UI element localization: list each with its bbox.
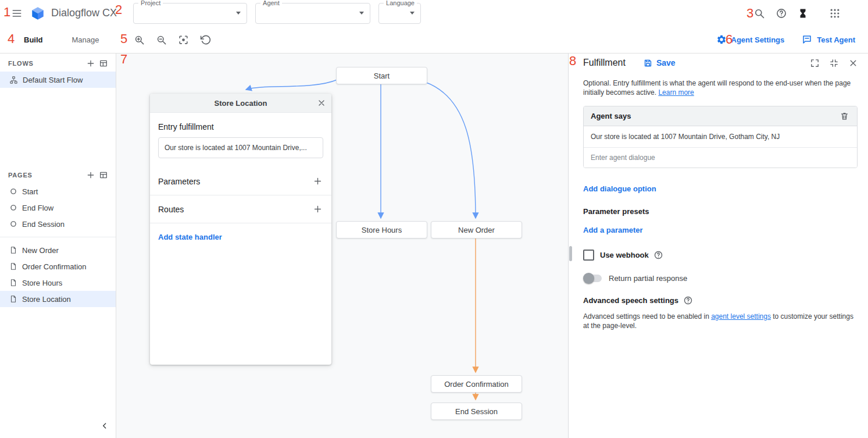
project-select[interactable]: Project <box>133 3 247 24</box>
sidebar: FLOWS Default Start Flow PAGES <box>0 53 116 438</box>
sidebar-divider <box>0 237 116 237</box>
flow-node-start[interactable]: Start <box>336 67 427 84</box>
canvas-tools <box>131 31 214 48</box>
language-select-label: Language <box>384 0 417 6</box>
flow-item-default-start-flow[interactable]: Default Start Flow <box>0 72 116 88</box>
workspace-toolbar: Build Manage Agent Settings <box>0 26 868 54</box>
hourglass-icon <box>798 8 808 19</box>
card-add-parameter-button[interactable] <box>310 173 326 189</box>
agent-select[interactable]: Agent <box>255 3 370 24</box>
center-focus-button[interactable] <box>175 31 192 48</box>
resize-handle[interactable] <box>569 246 572 261</box>
page-item-label: End Session <box>22 220 65 229</box>
header-selectors: Project Agent Language <box>133 3 421 24</box>
chat-icon <box>802 34 812 45</box>
zoom-in-button[interactable] <box>131 31 148 48</box>
flow-node-store-hours[interactable]: Store Hours <box>336 221 427 238</box>
annotation-8: 8 <box>569 55 576 67</box>
page-item-start[interactable]: Start <box>0 183 116 200</box>
flows-title: FLOWS <box>8 60 34 67</box>
page-item-store-hours[interactable]: Store Hours <box>0 275 116 291</box>
page-item-end-flow[interactable]: End Flow <box>0 200 116 216</box>
center-focus-icon <box>178 34 189 45</box>
add-page-button[interactable] <box>84 169 97 181</box>
shrink-panel-button[interactable] <box>826 55 842 71</box>
reset-view-icon <box>200 34 211 45</box>
dropdown-arrow-icon <box>236 12 241 15</box>
connector-start-to-store-location <box>246 80 337 90</box>
project-select-label: Project <box>138 0 163 6</box>
entry-fulfillment-preview[interactable]: Our store is located at 1007 Mountain Dr… <box>158 137 323 158</box>
page-icon <box>9 246 17 254</box>
zoom-out-button[interactable] <box>153 31 170 48</box>
apps-grid-button[interactable] <box>826 5 844 22</box>
delete-agent-says-button[interactable] <box>837 108 852 124</box>
annotation-3: 3 <box>746 8 753 19</box>
agent-dialogue-input[interactable] <box>584 148 857 168</box>
advanced-speech-settings-help-icon[interactable] <box>683 295 693 305</box>
panel-description-text: Optional. Entry fulfillment is what the … <box>583 79 851 97</box>
annotation-6: 6 <box>726 34 733 45</box>
reset-view-button[interactable] <box>197 31 214 48</box>
header-actions <box>751 5 868 22</box>
flow-node-end-session[interactable]: End Session <box>431 403 522 420</box>
page-icon <box>9 295 17 303</box>
agent-select-label: Agent <box>260 0 282 6</box>
page-item-store-location[interactable]: Store Location <box>0 291 116 307</box>
use-webhook-label: Use webhook <box>600 251 649 259</box>
flow-node-new-order[interactable]: New Order <box>431 221 522 238</box>
flow-item-label: Default Start Flow <box>23 76 83 84</box>
add-state-handler-link[interactable]: Add state handler <box>158 233 222 241</box>
test-agent-button[interactable]: Test Agent <box>802 34 855 45</box>
use-webhook-row: Use webhook <box>583 250 858 261</box>
return-partial-response-row: Return partial response <box>583 273 858 283</box>
gear-icon <box>716 34 727 45</box>
parameters-row[interactable]: Parameters <box>150 168 331 195</box>
chevron-left-icon <box>100 421 109 430</box>
workspace-tabs: Build Manage <box>9 26 113 53</box>
plus-icon <box>86 170 95 180</box>
circle-page-icon <box>9 204 17 212</box>
collapse-sidebar-button[interactable] <box>97 418 112 433</box>
page-icon <box>9 262 17 270</box>
advanced-speech-settings-row: Advanced speech settings <box>583 295 858 305</box>
add-dialogue-option-link[interactable]: Add dialogue option <box>583 184 656 193</box>
learn-more-link[interactable]: Learn more <box>658 88 694 97</box>
save-button[interactable]: Save <box>643 58 676 68</box>
add-parameter-link[interactable]: Add a parameter <box>583 226 643 234</box>
use-webhook-help-icon[interactable] <box>653 250 663 260</box>
add-flow-button[interactable] <box>84 57 97 70</box>
test-agent-label: Test Agent <box>817 35 855 44</box>
card-add-route-button[interactable] <box>310 201 326 217</box>
language-select[interactable]: Language <box>378 3 421 24</box>
connector-start-to-new-order <box>425 82 476 218</box>
page-item-end-session[interactable]: End Session <box>0 216 116 232</box>
page-item-order-confirmation[interactable]: Order Confirmation <box>0 258 116 275</box>
tab-build[interactable]: Build <box>9 26 58 53</box>
app-header: Dialogflow CX Project Agent Language <box>0 0 868 27</box>
plus-icon <box>313 176 323 186</box>
menu-button[interactable] <box>8 5 26 22</box>
close-card-button[interactable] <box>314 95 329 111</box>
agent-dialogue-text[interactable]: Our store is located at 1007 Mountain Dr… <box>584 126 857 148</box>
expand-panel-button[interactable] <box>807 55 823 71</box>
pages-list-view-button[interactable] <box>97 169 110 181</box>
flow-canvas[interactable]: Start Store Hours New Order Order Confir… <box>116 53 569 438</box>
tab-manage[interactable]: Manage <box>58 26 114 53</box>
agent-level-settings-link[interactable]: agent level settings <box>711 312 771 321</box>
store-location-card-title: Store Location <box>214 99 267 108</box>
return-partial-response-toggle[interactable] <box>584 275 602 282</box>
panel-description: Optional. Entry fulfillment is what the … <box>583 79 858 97</box>
advanced-speech-settings-title: Advanced speech settings <box>583 296 678 305</box>
flows-list-view-button[interactable] <box>97 57 110 70</box>
page-item-new-order[interactable]: New Order <box>0 242 116 258</box>
help-button[interactable] <box>773 5 790 22</box>
use-webhook-checkbox[interactable] <box>583 250 594 261</box>
save-icon <box>643 58 653 68</box>
routes-row[interactable]: Routes <box>150 195 331 223</box>
activity-button[interactable] <box>795 5 811 22</box>
flow-node-order-confirmation[interactable]: Order Confirmation <box>431 375 522 393</box>
close-panel-button[interactable] <box>845 55 861 71</box>
fulfillment-panel-header: Fulfillment Save <box>573 53 868 73</box>
advanced-settings-note: Advanced settings need to be enabled in … <box>583 312 858 330</box>
